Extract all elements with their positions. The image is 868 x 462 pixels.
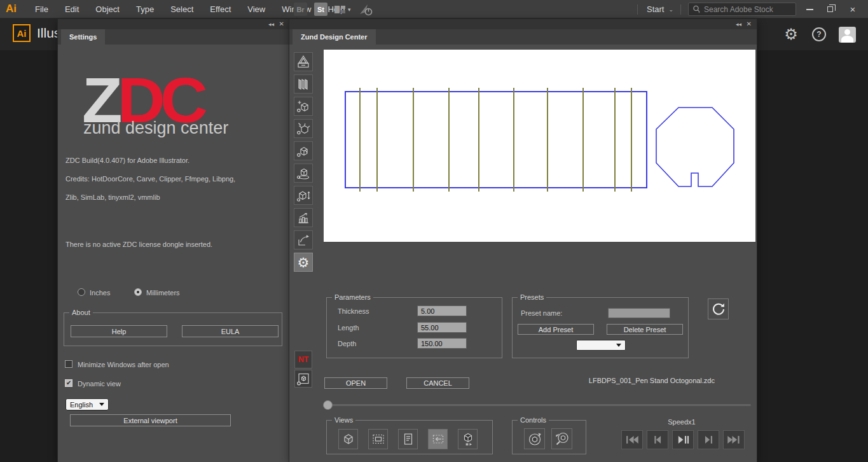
dynamic-view-checkbox[interactable] <box>65 379 72 387</box>
collapse-panel-icon[interactable]: ◂◂ <box>736 20 741 28</box>
collapse-panel-icon[interactable]: ◂◂ <box>268 20 274 28</box>
chevron-down-icon <box>99 403 104 406</box>
minimize-icon <box>806 9 813 10</box>
parameters-group-label: Parameters <box>332 293 373 302</box>
rotate-control-icon[interactable] <box>524 428 545 449</box>
parameters-group: Parameters Thickness Length Depth <box>326 297 502 358</box>
design-catalog-icon[interactable] <box>294 52 313 71</box>
camera-view-icon[interactable] <box>294 370 312 388</box>
step-back-icon <box>649 432 666 447</box>
animation-slider-track[interactable] <box>327 404 751 406</box>
menu-edit[interactable]: Edit <box>57 0 87 18</box>
open-button[interactable]: OPEN <box>324 377 387 389</box>
thickness-input[interactable] <box>417 305 467 316</box>
restore-icon <box>827 6 833 12</box>
restore-button[interactable] <box>820 0 839 18</box>
inspect-zoom-control-icon[interactable] <box>551 428 572 449</box>
menu-object[interactable]: Object <box>87 0 128 18</box>
tab-settings[interactable]: Settings <box>61 29 105 45</box>
skip-end-button[interactable] <box>723 430 745 449</box>
close-icon: × <box>850 4 856 15</box>
preset-name-input[interactable] <box>608 308 670 318</box>
illustrator-app-icon: Ai <box>13 24 31 42</box>
menu-effect[interactable]: Effect <box>202 0 239 18</box>
place-design-icon[interactable] <box>294 164 313 183</box>
dimensions-icon[interactable] <box>294 186 313 205</box>
skip-start-button[interactable] <box>621 430 643 449</box>
eula-button[interactable]: EULA <box>182 325 279 337</box>
language-value: English <box>70 401 93 409</box>
delete-preset-button[interactable]: Delete Preset <box>607 324 683 335</box>
close-panel-icon[interactable]: ✕ <box>279 20 284 28</box>
settings-panel: ◂◂ ✕ Settings ZDC zund design center ZDC… <box>58 19 289 462</box>
build-info: ZDC Build(4.0.407) for Adobe Illustrator… <box>65 157 189 164</box>
controls-group-label: Controls <box>518 416 549 424</box>
play-pause-button[interactable] <box>672 430 694 449</box>
animation-slider-handle[interactable] <box>323 400 333 410</box>
menu-select[interactable]: Select <box>162 0 202 18</box>
fold-animation-view-icon[interactable] <box>458 429 478 449</box>
start-dropdown[interactable]: Start ⌄ <box>647 0 673 18</box>
close-button[interactable]: × <box>843 0 862 18</box>
cancel-button[interactable]: CANCEL <box>406 377 469 389</box>
nt-button[interactable]: NT <box>294 351 312 368</box>
external-viewport-button[interactable]: External viewport <box>70 414 231 426</box>
help-button[interactable]: ? <box>810 25 828 43</box>
millimeters-radio[interactable] <box>134 288 142 296</box>
play-pause-icon <box>674 432 692 447</box>
search-placeholder: Search Adobe Stock <box>704 5 773 14</box>
app-title: Illus <box>37 25 60 41</box>
layout-2d-view-icon[interactable] <box>368 429 388 449</box>
depth-label: Depth <box>338 340 356 347</box>
minimize-windows-label: Minimize Windows after open <box>78 361 169 368</box>
depth-input[interactable] <box>417 338 467 349</box>
layout-import-view-icon[interactable] <box>428 429 448 449</box>
settings-panel-header: ◂◂ ✕ <box>58 19 289 29</box>
close-panel-icon[interactable]: ✕ <box>747 20 752 28</box>
divider <box>637 4 638 15</box>
open-design-icon[interactable] <box>294 119 313 138</box>
stock-button[interactable]: St <box>314 3 327 16</box>
settings-gear-button[interactable]: ⚙ <box>782 25 800 43</box>
inches-radio[interactable] <box>78 288 85 296</box>
menu-file[interactable]: File <box>27 0 57 18</box>
menu-type[interactable]: Type <box>128 0 162 18</box>
step-forward-button[interactable] <box>698 430 719 449</box>
step-back-button[interactable] <box>647 430 668 449</box>
zdc-panel-header: ◂◂ ✕ <box>289 19 757 29</box>
workspace-layout-icon <box>334 5 345 14</box>
zdc-logo-subtitle: zund design center <box>83 118 228 138</box>
zdc-settings-icon[interactable]: ⚙ <box>294 253 313 272</box>
workspace-switcher[interactable]: ▾ <box>334 5 351 14</box>
bridge-button[interactable]: Br <box>294 3 307 16</box>
statistics-icon[interactable] <box>294 208 313 227</box>
fold-3d-view-icon[interactable] <box>338 429 358 449</box>
length-input[interactable] <box>417 322 467 333</box>
tab-zund-design-center[interactable]: Zund Design Center <box>293 29 376 45</box>
preset-select[interactable] <box>576 340 626 351</box>
gear-icon: ⚙ <box>784 25 798 43</box>
specs-document-view-icon[interactable] <box>398 429 418 449</box>
minimize-button[interactable] <box>800 0 819 18</box>
chevron-down-icon: ▾ <box>348 6 351 13</box>
dieline-canvas[interactable] <box>324 50 755 242</box>
about-group-label: About <box>69 309 93 317</box>
help-button-zdc[interactable]: Help <box>71 325 167 337</box>
presets-group-label: Presets <box>518 293 546 302</box>
loaded-file-name: LFBDPS_001_Pen Stand Octogonal.zdc <box>562 377 715 384</box>
avatar-icon <box>839 27 856 43</box>
material-mapping-icon[interactable] <box>294 141 313 160</box>
account-button[interactable] <box>838 25 856 43</box>
export-icon[interactable] <box>294 230 313 249</box>
materials-icon[interactable] <box>294 74 313 94</box>
language-select[interactable]: English <box>65 398 109 410</box>
license-status: There is no active ZDC license dongle in… <box>65 241 212 248</box>
new-design-icon[interactable] <box>294 97 313 116</box>
skip-start-icon <box>623 432 641 447</box>
minimize-windows-checkbox[interactable] <box>65 360 72 368</box>
stock-search-input[interactable]: Search Adobe Stock <box>688 3 796 16</box>
menu-view[interactable]: View <box>239 0 273 18</box>
add-preset-button[interactable]: Add Preset <box>518 324 594 335</box>
gpu-performance-icon[interactable] <box>358 3 373 16</box>
refresh-button[interactable] <box>708 298 729 319</box>
